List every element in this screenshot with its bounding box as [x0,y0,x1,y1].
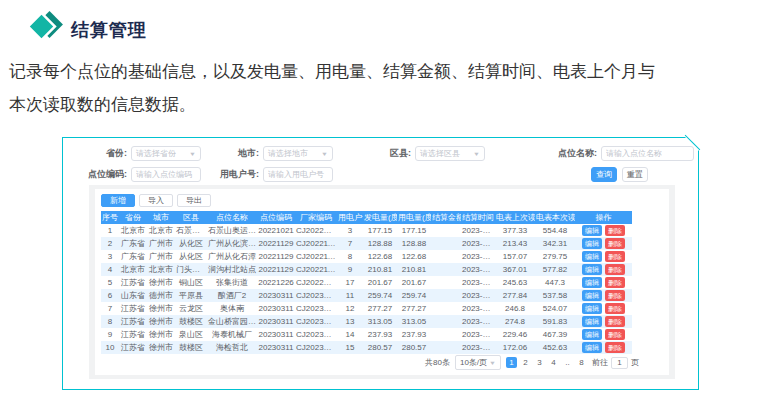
table-actions-cell: 编辑删除 [575,328,632,341]
reset-button[interactable]: 重置 [622,167,648,182]
table-cell [431,263,461,276]
delete-button[interactable]: 删除 [605,264,625,275]
chevron-down-icon: ▼ [473,148,480,158]
delete-button[interactable]: 删除 [605,238,625,249]
edit-button[interactable]: 编辑 [582,277,602,288]
table-cell: 广东省 [119,237,147,250]
edit-button[interactable]: 编辑 [582,238,602,249]
table-cell [431,237,461,250]
table-cell: CJ20221021 [295,224,337,237]
page-number-active[interactable]: 1 [506,357,517,368]
edit-button[interactable]: 编辑 [582,329,602,340]
table-cell: 石景山奥运场馆 [207,224,257,237]
table-cell: 2 [101,237,119,250]
table-cell: 213.43 [495,237,535,250]
export-button[interactable]: 导出 [177,194,211,207]
table-cell: 237.93 [363,328,397,341]
table-cell [431,315,461,328]
table-cell [431,302,461,315]
table-toolbar: 新增 导入 导出 [101,194,211,207]
table-cell: 20221129 [257,237,295,250]
table-header-cell: 区县 [175,211,207,224]
table-header-cell: 电表本次读数 [535,211,575,224]
edit-button[interactable]: 编辑 [582,342,602,353]
table-cell: 平原县 [175,289,207,302]
table-cell: CJ20230311 [295,289,337,302]
table-cell: 北京市 [119,263,147,276]
page-number[interactable]: .. [562,358,573,367]
import-button[interactable]: 导入 [139,194,173,207]
table-cell [431,328,461,341]
table-cell: 鼓楼区 [175,341,207,354]
table-cell: 537.58 [535,289,575,302]
point-code-field [131,167,201,182]
table-card: 新增 导入 导出 序号省份城市区县点位名称点位编码厂家编码用电户号发电量(度)用… [95,189,669,375]
add-button[interactable]: 新增 [101,194,135,207]
table-cell: 122.68 [363,250,397,263]
district-label: 区县: [347,146,411,161]
page-number[interactable]: 2 [520,358,531,367]
table-header-cell: 用电户号 [337,211,363,224]
table-cell: 8 [101,315,119,328]
table-cell: 广州市 [147,237,175,250]
table-cell: 北京市 [119,224,147,237]
table-cell: 17 [337,276,363,289]
table-cell: 山东省 [119,289,147,302]
table-cell: 广州从化滨东... [207,237,257,250]
table-cell: 157.07 [495,250,535,263]
goto-page-input[interactable] [611,357,628,369]
search-button[interactable]: 查询 [591,167,617,182]
table-cell: 广东省 [119,250,147,263]
delete-button[interactable]: 删除 [605,225,625,236]
table-cell: 172.06 [495,341,535,354]
district-select-placeholder: 请选择区县 [420,147,460,160]
city-select[interactable]: 请选择地市 ▼ [263,146,333,161]
table-cell: 3 [337,224,363,237]
table-cell: 江苏省 [119,341,147,354]
point-code-input[interactable] [136,169,196,180]
goto-label: 前往 [592,357,608,368]
table-cell: 524.07 [535,302,575,315]
delete-button[interactable]: 删除 [605,329,625,340]
edit-button[interactable]: 编辑 [582,290,602,301]
table-cell: 金山桥富园站点 [207,315,257,328]
table-cell: 279.75 [535,250,575,263]
table-cell: 342.31 [535,237,575,250]
pagination: 共80条 10条/页 ▼ 1234..8 前往 页 [425,355,639,370]
page-number[interactable]: 4 [548,358,559,367]
edit-button[interactable]: 编辑 [582,251,602,262]
district-select[interactable]: 请选择区县 ▼ [415,146,485,161]
table-cell: 210.81 [363,263,397,276]
table-cell: 江苏省 [119,328,147,341]
delete-button[interactable]: 删除 [605,303,625,314]
table-cell: 徐州市 [147,341,175,354]
page-size-select[interactable]: 10条/页 ▼ [455,355,501,370]
city-label: 地市: [195,146,259,161]
table-cell: 20230311 [257,315,295,328]
delete-button[interactable]: 删除 [605,342,625,353]
edit-button[interactable]: 编辑 [582,225,602,236]
delete-button[interactable]: 删除 [605,316,625,327]
delete-button[interactable]: 删除 [605,251,625,262]
electric-account-input[interactable] [268,169,328,180]
table-cell: 泉山区 [175,328,207,341]
point-name-input[interactable] [606,148,689,159]
page-number[interactable]: 8 [576,358,587,367]
table-cell: 128.88 [363,237,397,250]
table-cell: 177.15 [363,224,397,237]
delete-button[interactable]: 删除 [605,290,625,301]
edit-button[interactable]: 编辑 [582,264,602,275]
table-cell: 3 [101,250,119,263]
province-select[interactable]: 请选择省份 ▼ [131,146,201,161]
edit-button[interactable]: 编辑 [582,316,602,327]
edit-button[interactable]: 编辑 [582,303,602,314]
page-number[interactable]: 3 [534,358,545,367]
delete-button[interactable]: 删除 [605,277,625,288]
table-cell: 20221021 [257,224,295,237]
table-row: 8江苏省徐州市鼓楼区金山桥富园站点20230311CJ2023031113313… [101,315,632,328]
electric-account-label: 用电户号: [195,167,259,182]
table-cell: 377.33 [495,224,535,237]
table-cell: 江苏省 [119,302,147,315]
table-cell: 259.74 [397,289,431,302]
table-cell: 2023-09.. [461,276,495,289]
